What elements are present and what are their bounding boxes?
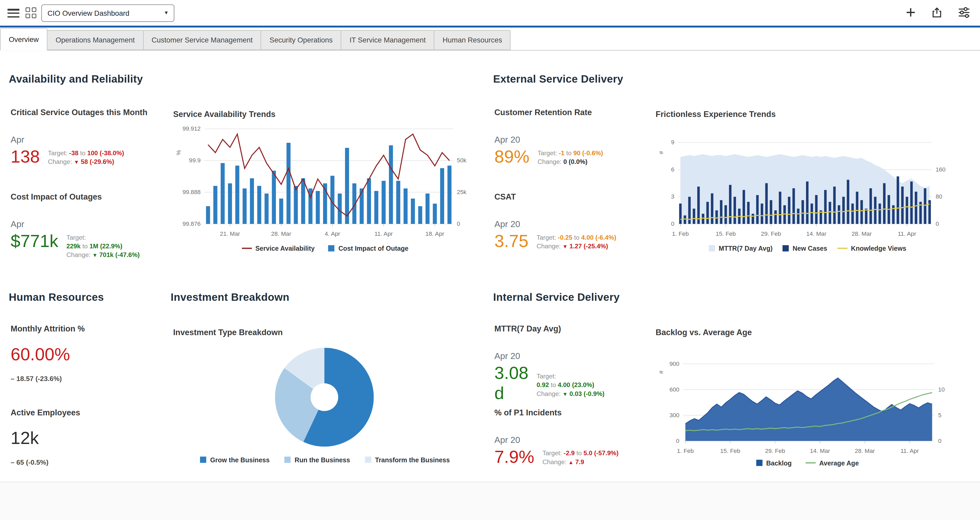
legend-item[interactable]: Service Availability xyxy=(242,245,315,252)
svg-text:50k: 50k xyxy=(457,157,467,164)
top-toolbar: CIO Overview Dashboard ▼ + xyxy=(0,0,980,26)
change-down-icon: ▼ xyxy=(562,243,568,250)
svg-text:9: 9 xyxy=(671,139,675,145)
dashboard-selector[interactable]: CIO Overview Dashboard ▼ xyxy=(41,5,174,22)
share-icon[interactable] xyxy=(931,7,943,18)
metric-period: Apr 20 xyxy=(495,134,663,145)
svg-text:0: 0 xyxy=(457,220,460,227)
svg-text:1. Feb: 1. Feb xyxy=(677,447,694,454)
tab-it-service-management[interactable]: IT Service Management xyxy=(340,30,434,49)
legend-item[interactable]: Run the Business xyxy=(285,456,350,464)
svg-text:4. Apr: 4. Apr xyxy=(325,230,340,237)
square-swatch xyxy=(783,245,789,252)
metric-period: Apr xyxy=(11,219,180,229)
svg-text:21. Mar: 21. Mar xyxy=(220,230,240,237)
menu-icon[interactable] xyxy=(8,9,19,19)
svg-text:11. Apr: 11. Apr xyxy=(898,230,916,237)
line-swatch xyxy=(242,248,251,249)
section-internal-heading: Internal Service Delivery xyxy=(493,292,620,304)
line-swatch xyxy=(837,248,847,249)
svg-text:0: 0 xyxy=(671,220,675,227)
tab-customer-service-management[interactable]: Customer Service Management xyxy=(143,30,261,49)
svg-text:99.888: 99.888 xyxy=(182,188,200,195)
dashboards-grid-icon[interactable] xyxy=(25,8,37,19)
metric-value: 60.00% xyxy=(11,345,70,365)
svg-text:14. Mar: 14. Mar xyxy=(810,447,830,454)
toolbar-actions: + xyxy=(906,4,970,21)
metric-mttr: MTTR(7 Day Avg) Apr 20 3.08 d Target: 0.… xyxy=(495,324,663,404)
add-icon[interactable]: + xyxy=(906,5,916,21)
chart-title-backlog: Backlog vs. Average Age xyxy=(655,328,752,337)
metric-target-block: Target: -0.25 to 4.00 (-6.4%) Change: ▼ … xyxy=(537,233,616,251)
svg-text:900: 900 xyxy=(670,360,679,367)
tab-bar: Overview Operations Management Customer … xyxy=(0,27,980,50)
svg-text:29. Feb: 29. Feb xyxy=(765,447,785,454)
service-availability-legend: Service Availability Cost Impact of Outa… xyxy=(173,245,477,252)
frictionless-legend: MTTR(7 Day Avg) New Cases Knowledge View… xyxy=(655,245,959,252)
metric-value: 89% xyxy=(495,147,530,167)
svg-text:0: 0 xyxy=(676,437,679,444)
metric-title: Active Employees xyxy=(11,408,180,417)
metric-delta: – 65 (-0.5%) xyxy=(11,458,180,466)
legend-item[interactable]: Backlog xyxy=(756,459,792,467)
section-external-heading: External Service Delivery xyxy=(493,73,624,86)
metric-title: % of P1 Incidents xyxy=(495,408,663,417)
metric-title: Monthly Attrition % xyxy=(11,324,180,333)
dashboard-selector-value: CIO Overview Dashboard xyxy=(42,10,129,17)
svg-text:99.912: 99.912 xyxy=(182,125,200,132)
legend-item[interactable]: Grow the Business xyxy=(200,456,270,464)
frictionless-experience-chart: 0369080160#1. Feb15. Feb29. Feb14. Mar28… xyxy=(655,121,959,240)
metric-title: MTTR(7 Day Avg) xyxy=(495,324,663,333)
metric-value: $771k xyxy=(11,231,59,252)
svg-text:300: 300 xyxy=(670,412,679,418)
metric-csat: CSAT Apr 20 3.75 Target: -0.25 to 4.00 (… xyxy=(495,192,663,252)
chart-title-frictionless: Frictionless Experience Trends xyxy=(655,109,776,119)
tab-overview[interactable]: Overview xyxy=(0,28,48,50)
service-availability-chart: 99.87699.88899.999.912025k50k%21. Mar28.… xyxy=(173,121,477,240)
metric-title: Customer Retention Rate xyxy=(495,107,663,117)
chart-title-service-availability: Service Availability Trends xyxy=(173,109,276,119)
metric-p1-incidents: % of P1 Incidents Apr 20 7.9% Target: -2… xyxy=(495,408,663,467)
metric-period: Apr 20 xyxy=(495,351,663,361)
metric-target-block: Target: -2.9 to 5.0 (-57.9%) Change: ▲ 7… xyxy=(542,449,619,467)
svg-text:0: 0 xyxy=(938,437,942,444)
svg-text:11. Apr: 11. Apr xyxy=(900,447,919,454)
metric-title: Cost Impact of Outages xyxy=(11,192,180,201)
metric-value: 12k xyxy=(11,429,39,448)
metric-value: 3.08 d xyxy=(495,364,528,404)
svg-text:3: 3 xyxy=(671,193,675,200)
metric-period: Apr 20 xyxy=(495,435,663,445)
metric-target-block: Target: 0.92 to 4.00 (23.0%) Change: ▼ 0… xyxy=(537,372,605,398)
metric-title: CSAT xyxy=(495,192,663,201)
metric-target-block: Target: -1 to 90 (-0.6%) Change: 0 (0.0%… xyxy=(538,149,603,166)
change-down-icon: ▼ xyxy=(92,252,97,258)
dashboard-root: CIO Overview Dashboard ▼ + Overview Oper… xyxy=(0,0,980,520)
metric-target-block: Target: -38 to 100 (-38.0%) Change: ▼ 58… xyxy=(48,149,124,166)
metric-cost-impact: Cost Impact of Outages Apr $771k Target:… xyxy=(11,192,180,260)
svg-text:5: 5 xyxy=(938,412,942,418)
chevron-down-icon: ▼ xyxy=(164,5,169,21)
legend-item[interactable]: Cost Impact of Outage xyxy=(328,245,408,252)
legend-item[interactable]: Transform the Business xyxy=(365,456,450,464)
tab-security-operations[interactable]: Security Operations xyxy=(261,30,341,49)
legend-item[interactable]: New Cases xyxy=(783,245,827,252)
svg-text:99.9: 99.9 xyxy=(189,157,201,164)
svg-text:29. Feb: 29. Feb xyxy=(761,230,781,237)
square-swatch xyxy=(365,456,371,463)
legend-item[interactable]: MTTR(7 Day Avg) xyxy=(709,245,773,252)
tab-human-resources[interactable]: Human Resources xyxy=(434,30,511,49)
metric-period: Apr 20 xyxy=(495,219,663,229)
svg-text:25k: 25k xyxy=(457,188,467,195)
svg-text:18. Apr: 18. Apr xyxy=(426,230,444,237)
line-swatch xyxy=(805,462,815,464)
svg-text:28. Mar: 28. Mar xyxy=(271,230,291,237)
change-up-icon: ▲ xyxy=(568,459,574,466)
svg-text:#: # xyxy=(658,370,665,374)
metric-attrition: Monthly Attrition % 60.00% – 18.57 (-23.… xyxy=(11,324,180,382)
legend-item[interactable]: Knowledge Views xyxy=(837,245,906,252)
legend-item[interactable]: Average Age xyxy=(805,459,859,467)
metric-value: 3.75 xyxy=(495,231,528,252)
tab-operations-management[interactable]: Operations Management xyxy=(47,30,143,49)
svg-text:6: 6 xyxy=(671,166,675,173)
filter-sliders-icon[interactable] xyxy=(958,7,970,18)
